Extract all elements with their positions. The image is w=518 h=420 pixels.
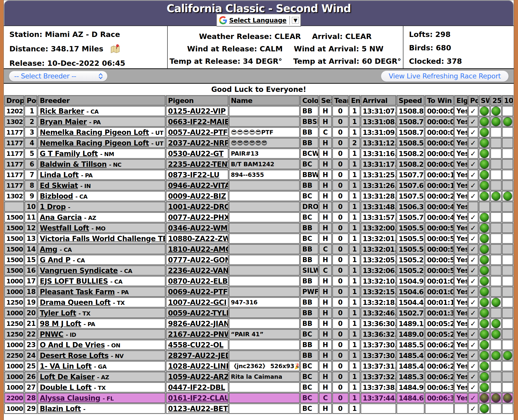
cell-sex: H [319,138,332,148]
breeder-link[interactable]: Alyssa Clausing [40,394,100,402]
pigeon-link[interactable]: 0161-IF22-CLAU [168,394,228,402]
pigeon-link[interactable]: 9826-AU22-JIAN [168,320,228,328]
cell-breeder: Bizblood - CA [38,191,165,201]
breeder-link[interactable]: Blazin Loft [40,405,81,413]
pigeon-link[interactable]: 2235-AU22-TENT [168,160,228,169]
translate-dropdown-arrow[interactable]: ▼ [292,17,299,24]
breeder-link[interactable]: Rick Barker [40,107,84,115]
breeder-link[interactable]: 98 M J Loft [40,320,81,328]
breeder-link[interactable]: Victoria Falls World Challenge TBW [40,235,165,243]
cell-pigeon: 0077-AU22-PHX [166,212,228,222]
release-line: Release: 10-Dec-2022 06:45 [9,59,167,68]
pigeon-link[interactable]: 1059-AU22-ARZ [168,373,228,381]
cell-name: PAIR#13 [229,149,300,159]
breeder-link[interactable]: Linda Loft [40,171,79,179]
breeder-link[interactable]: Double L Loft [40,383,92,392]
pigeon-link[interactable]: 0057-AU22-PTF [168,128,228,137]
pigeon-link[interactable]: 28297-AU22-JEDD [168,351,228,360]
breeder-link[interactable]: 1- VA Lin Loft [40,362,92,370]
cell-breeder: Bryan Maier - PA [38,117,165,127]
cell-pos: 16 [25,265,37,276]
breeder-state: - CA [87,109,99,115]
cell-ent: 1 [349,276,360,286]
breeder-link[interactable]: Ana Garcia [40,213,82,222]
cell-color: BB [300,297,318,307]
breeder-link[interactable]: G And P [40,256,70,264]
breeder-link[interactable]: Westfall Loft [40,224,89,232]
cell-speed: 1505.273 [397,255,424,265]
cell-towin: 00:00:00 [425,106,454,116]
pigeon-link[interactable]: 0059-AU22-TYLE [168,309,228,317]
cell-elg: Yes [454,106,467,116]
breeder-link[interactable]: EJS LOFT BULLIES [40,277,108,285]
pigeon-link[interactable]: 2037-AU22-NRPL [168,139,228,147]
table-row: 13027 2 Bryan Maier - PA 0663-IF22-MAIE … [4,117,513,127]
pigeon-link[interactable]: 0447-IF22-DBL [168,383,225,392]
breeder-link[interactable]: Nemelka Racing Pigeon Loft [40,139,149,147]
cell-towin: 00:00:17 [425,170,454,180]
breeder-link[interactable]: Drama Queen Loft [40,298,111,307]
cell-team: 0 [332,329,349,339]
cell-towin: 00:00:53 [425,223,454,233]
pigeon-link[interactable]: 1007-AU22-GCI [168,298,226,307]
pigeon-link[interactable]: 2236-AU22-VANG [168,266,228,275]
pigeon-link[interactable]: 0870-AU22-ELB [168,277,228,285]
pigeon-link[interactable]: 2167-AU22-PNWC [168,330,228,339]
breeder-state: - NV [111,353,123,359]
pigeon-link[interactable]: 1810-AU22-AMG [168,245,228,254]
cell-sex: H [319,319,332,329]
cell-pigeon: 1059-AU22-ARZ [166,372,228,382]
cell-drops: 1250 [4,319,24,329]
cell-100-dot [502,212,513,222]
breeder-link[interactable]: Baldwin & Tillson [40,160,106,169]
cell-elg: Yes [454,350,467,361]
pigeon-link[interactable]: 1001-AU22-DROP [168,203,228,211]
breeder-link[interactable]: PNWC [40,330,63,339]
breeder-link[interactable]: Vangruen Syndicate [40,266,118,275]
cell-elg: Yes [454,361,467,371]
breeder-link[interactable]: Bryan Maier [40,118,87,126]
cell-arrival [361,404,396,414]
pigeon-link[interactable]: 0346-AU22-WMW [168,224,228,232]
breeder-link[interactable]: 1 Drop [40,203,66,211]
breeder-link[interactable]: Desert Rose Lofts [40,351,109,360]
breeder-link[interactable]: Amg [40,245,57,254]
pigeon-link[interactable]: 10880-ZA22-ZW [168,235,228,243]
pigeon-link[interactable]: 0777-AU22-GONZ [168,256,228,264]
green-dot-icon [480,319,489,328]
breeder-link[interactable]: G T Family Loft [40,150,98,158]
breeder-link[interactable]: Nemelka Racing Pigeon Loft [40,128,149,137]
breeder-link[interactable]: Pleasant Task Farm [40,288,115,296]
cell-color: BC [300,191,318,201]
breeder-state: - CA [60,247,72,253]
view-live-report-button[interactable]: View Live Refreshing Race Report [381,71,509,82]
pigeon-link[interactable]: 0077-AU22-PHX [168,213,228,222]
pigeon-link[interactable]: 4558-CU22-OL [168,341,223,349]
breeder-link[interactable]: O And L De Vries [40,341,105,349]
pigeon-link[interactable]: 0663-IF22-MAIE [168,118,228,126]
breeder-link[interactable]: Tyler Loft [40,309,76,317]
breeder-link[interactable]: Bizblood [40,192,73,200]
breeder-select[interactable]: -- Select Breeder -- [9,71,107,81]
cell-drops: 11777 [4,170,24,180]
page-header: California Classic - Second Wind Select … [4,0,514,26]
cell-speed: 1504.436 [397,297,424,307]
pigeon-link[interactable]: 0873-IF22-LU [168,171,219,179]
cell-pd-check: ✓ [468,244,478,254]
cell-towin: 00:00:53 [425,234,454,244]
breeder-link[interactable]: Loft De Kaiser [40,373,95,381]
pigeon-link[interactable]: 0123-AU22-BETS [168,405,228,413]
cell-team: 0 [332,127,349,137]
pigeon-link[interactable]: 1028-AU22-LINF [168,362,228,370]
pigeon-link[interactable]: 0125-AU22-VIP [168,107,226,115]
green-dot-icon [503,117,512,126]
pigeon-link[interactable]: 0946-AU22-VITA [168,181,228,190]
pigeon-link[interactable]: 0069-AU22-PTF [168,288,228,296]
pigeon-link[interactable]: 0530-AU22-GT [168,150,223,158]
cell-pigeon: 1028-AU22-LINF [166,361,228,371]
breeder-link[interactable]: Ed Skwiat [40,181,78,190]
google-translate-widget[interactable]: Select Language ▼ [217,14,301,27]
cell-pigeon: 0447-IF22-DBL [166,382,228,392]
select-language-label[interactable]: Select Language [229,17,286,24]
pigeon-link[interactable]: 0009-AU22-BIZ [168,192,226,200]
